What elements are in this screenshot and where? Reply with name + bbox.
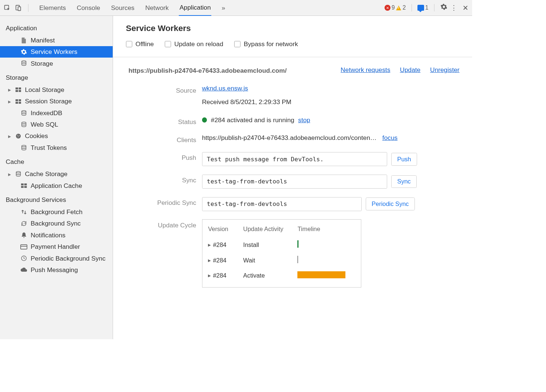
client-url: https://publish-p24704-e76433.adobeaemcl… [202,134,377,142]
db-icon [20,121,27,128]
sidebar-item-trust-tokens[interactable]: Trust Tokens [0,142,113,154]
checkbox-icon[interactable] [126,41,132,47]
expand-icon[interactable]: ▶ [8,87,11,92]
cloud-icon [20,267,27,272]
sidebar-item-notifications[interactable]: Notifications [0,230,113,241]
link-focus[interactable]: focus [382,134,397,142]
sync-button[interactable]: Sync [391,175,417,188]
expand-icon[interactable]: ▶ [8,134,11,138]
sidebar-item-label: Trust Tokens [31,144,67,152]
tab-application[interactable]: Application [179,0,211,16]
sidebar-item-payment-handler[interactable]: Payment Handler [0,241,113,252]
svg-rect-8 [16,99,18,101]
warning-icon [396,6,401,10]
tab-more[interactable]: » [221,0,226,16]
link-update[interactable]: Update [400,66,420,74]
link-unregister[interactable]: Unregister [430,66,460,74]
more-menu-icon[interactable]: ⋮ [450,4,457,12]
toolbar-checkboxes: Offline Update on reload Bypass for netw… [126,40,460,48]
checkbox-bypass[interactable]: Bypass for network [234,40,298,48]
sidebar-item-local-storage[interactable]: ▶ Local Storage [0,84,113,96]
settings-icon[interactable] [440,3,447,12]
updown-icon [20,209,27,215]
svg-rect-24 [21,245,27,249]
section-application: Application [0,20,113,35]
table-row: ▶#284 Install [208,237,355,252]
push-button[interactable]: Push [391,153,417,166]
link-stop[interactable]: stop [298,116,310,124]
db-icon [20,110,27,116]
tab-elements[interactable]: Elements [39,0,66,16]
grid-icon [15,87,22,92]
svg-rect-7 [18,90,21,92]
grid-icon [20,183,27,188]
sidebar-item-background-sync[interactable]: Background Sync [0,218,113,229]
sidebar-item-websql[interactable]: Web SQL [0,119,113,130]
sidebar-item-label: Cookies [25,132,48,140]
inspect-icon[interactable] [4,4,11,11]
link-source-file[interactable]: wknd.us.ensw.js [202,85,248,92]
checkbox-update-on-reload[interactable]: Update on reload [165,40,223,48]
svg-rect-22 [21,186,24,188]
main-panel: Service Workers Offline Update on reload… [113,16,472,339]
file-icon [20,37,27,44]
svg-rect-4 [16,87,18,89]
col-version: Version [208,226,243,233]
application-sidebar: Application Manifest Service Workers Sto… [0,16,113,339]
sidebar-item-background-fetch[interactable]: Background Fetch [0,206,113,218]
section-background-services: Background Services [0,192,113,206]
tab-console[interactable]: Console [76,0,101,16]
expand-icon[interactable]: ▶ [8,172,11,176]
checkbox-offline[interactable]: Offline [126,40,154,48]
svg-point-17 [17,137,18,137]
error-warning-badges[interactable]: ✕ 9 2 [385,4,406,11]
periodic-sync-button[interactable]: Periodic Sync [366,197,415,210]
sidebar-item-storage-overview[interactable]: Storage [0,58,113,69]
expand-icon[interactable]: ▶ [8,99,11,104]
svg-point-14 [16,134,21,138]
sidebar-item-push-messaging[interactable]: Push Messaging [0,264,113,276]
sidebar-item-indexeddb[interactable]: IndexedDB [0,107,113,119]
sidebar-item-label: Local Storage [25,86,64,94]
sidebar-item-periodic-sync[interactable]: Periodic Background Sync [0,252,113,264]
push-input[interactable] [202,152,388,166]
svg-point-3 [22,61,26,62]
svg-rect-2 [18,7,20,10]
svg-point-18 [22,145,26,147]
sidebar-item-service-workers[interactable]: Service Workers [0,46,113,58]
sidebar-item-label: Cache Storage [25,170,67,178]
timeline-bar [297,256,298,264]
gear-icon [20,49,27,55]
expand-icon[interactable]: ▶ [208,274,211,278]
col-activity: Update Activity [243,226,297,233]
link-network-requests[interactable]: Network requests [341,66,390,74]
tab-sources[interactable]: Sources [110,0,135,16]
section-cache: Cache [0,154,113,168]
card-icon [20,244,27,250]
periodic-sync-input[interactable] [202,197,362,211]
tab-network[interactable]: Network [145,0,170,16]
close-icon[interactable]: ✕ [463,4,468,12]
sidebar-item-manifest[interactable]: Manifest [0,35,113,46]
received-text: Received 8/5/2021, 2:29:33 PM [202,98,460,106]
checkbox-icon[interactable] [234,41,240,47]
device-toggle-icon[interactable] [15,4,22,11]
checkbox-icon[interactable] [165,41,171,47]
sidebar-item-label: Notifications [31,231,65,239]
sidebar-item-label: Session Storage [25,97,72,105]
sidebar-item-cookies[interactable]: ▶ Cookies [0,130,113,142]
sidebar-item-cache-storage[interactable]: ▶ Cache Storage [0,168,113,180]
status-text: #284 activated and is running [211,116,294,124]
svg-rect-11 [18,102,21,104]
status-dot-icon [202,117,207,123]
sidebar-item-label: Service Workers [31,48,77,56]
sidebar-item-application-cache[interactable]: Application Cache [0,180,113,191]
warning-count: 2 [403,4,406,11]
svg-point-16 [18,135,19,136]
expand-icon[interactable]: ▶ [208,258,211,262]
issues-button[interactable]: 1 [417,4,428,11]
sidebar-item-label: Web SQL [31,121,58,128]
sync-input[interactable] [202,175,388,189]
expand-icon[interactable]: ▶ [208,243,211,247]
sidebar-item-session-storage[interactable]: ▶ Session Storage [0,96,113,107]
